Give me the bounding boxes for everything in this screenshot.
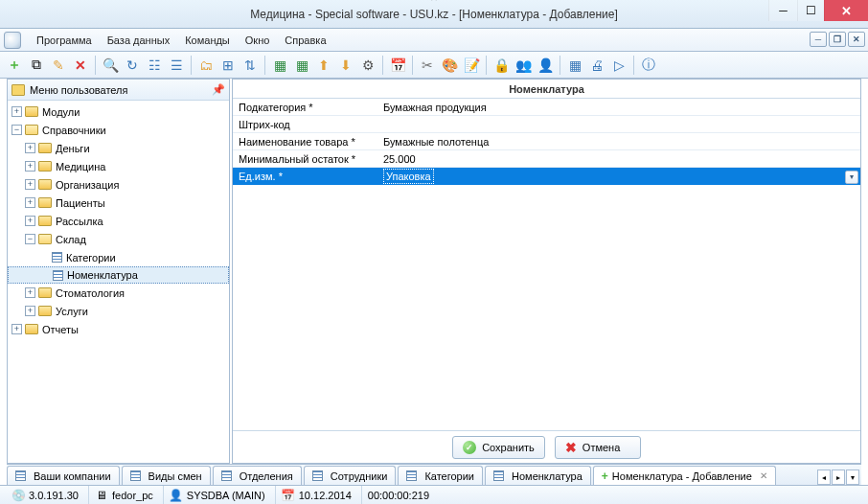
minimize-button[interactable]: ─ bbox=[768, 0, 797, 21]
app-menu-icon[interactable] bbox=[4, 32, 21, 49]
menu-window[interactable]: Окно bbox=[238, 32, 278, 49]
tab-categories[interactable]: Категории bbox=[398, 466, 483, 485]
expander-icon[interactable]: + bbox=[11, 324, 22, 334]
expander-icon[interactable]: + bbox=[25, 179, 35, 190]
tree-label: Номенклатура bbox=[67, 269, 138, 281]
add-icon[interactable]: ＋ bbox=[4, 55, 25, 76]
tab-departments[interactable]: Отделения bbox=[213, 466, 302, 485]
menu-help[interactable]: Справка bbox=[277, 32, 333, 49]
tree-node-stomatology[interactable]: +Стоматология bbox=[8, 284, 229, 302]
roles-icon[interactable]: 👤 bbox=[535, 55, 556, 76]
search-icon[interactable]: 🔍 bbox=[100, 55, 121, 76]
folder-icon bbox=[38, 161, 52, 172]
script-icon[interactable]: ⚙ bbox=[357, 55, 378, 76]
row-barcode[interactable]: Штрих-код bbox=[233, 116, 860, 133]
export-icon[interactable]: ⬇ bbox=[335, 55, 356, 76]
tools-icon[interactable]: ✂ bbox=[417, 55, 438, 76]
list-icon[interactable]: ☰ bbox=[166, 55, 187, 76]
tab-menu-button[interactable]: ▾ bbox=[846, 470, 859, 485]
refresh-icon[interactable]: ↻ bbox=[122, 55, 143, 76]
label-subcategory: Подкатегория * bbox=[233, 102, 381, 113]
value-subcategory[interactable]: Бумажная продукция bbox=[381, 102, 860, 113]
tree-icon[interactable]: ☷ bbox=[144, 55, 165, 76]
cancel-button[interactable]: ✖ Отмена bbox=[555, 436, 641, 459]
tree-node-org[interactable]: +Организация bbox=[8, 175, 229, 194]
print-icon[interactable]: 🖨 bbox=[586, 55, 607, 76]
expander-icon[interactable]: + bbox=[25, 306, 35, 316]
mdi-close-button[interactable]: ✕ bbox=[848, 32, 865, 47]
tab-companies[interactable]: Ваши компании bbox=[7, 466, 120, 485]
navigation-tree[interactable]: + Модули − Справочники +Деньги +Медицина bbox=[8, 101, 229, 463]
delete-icon[interactable]: ✕ bbox=[70, 55, 91, 76]
form-panel: Номенклатура Подкатегория * Бумажная про… bbox=[232, 79, 861, 464]
copy-icon[interactable]: ⧉ bbox=[26, 55, 47, 76]
menu-database[interactable]: База данных bbox=[100, 32, 178, 49]
tab-prev-button[interactable]: ◂ bbox=[817, 470, 831, 485]
tab-next-button[interactable]: ▸ bbox=[832, 470, 845, 485]
sort-icon[interactable]: ⇅ bbox=[240, 55, 261, 76]
preview-icon[interactable]: ▷ bbox=[608, 55, 629, 76]
mdi-restore-button[interactable]: ❐ bbox=[829, 32, 846, 47]
palette-icon[interactable]: 🎨 bbox=[439, 55, 460, 76]
import-icon[interactable]: ⬆ bbox=[313, 55, 334, 76]
status-version: 💿3.0.191.30 bbox=[6, 486, 84, 505]
export-excel-icon[interactable]: ▦ bbox=[269, 55, 290, 76]
row-minremain[interactable]: Минимальный остаток * 25.000 bbox=[233, 150, 860, 168]
grid-icon[interactable]: ▦ bbox=[564, 55, 585, 76]
help-icon[interactable]: ⓘ bbox=[638, 55, 659, 76]
row-name[interactable]: Наименование товара * Бумажные полотенца bbox=[233, 133, 860, 150]
window-controls: ─ ☐ ✕ bbox=[768, 0, 868, 21]
expander-icon[interactable]: + bbox=[25, 161, 35, 172]
expander-icon[interactable]: + bbox=[25, 197, 35, 208]
note-icon[interactable]: 📝 bbox=[461, 55, 482, 76]
save-button[interactable]: ✓ Сохранить bbox=[452, 436, 545, 459]
mdi-minimize-button[interactable]: ─ bbox=[810, 32, 827, 47]
tab-shifts[interactable]: Виды смен bbox=[122, 466, 211, 485]
calendar-icon[interactable]: 📅 bbox=[387, 55, 408, 76]
tab-nomenclature[interactable]: Номенклатура bbox=[485, 466, 591, 485]
tree-node-mailing[interactable]: +Рассылка bbox=[8, 212, 229, 230]
tree-node-nomenclature[interactable]: Номенклатура bbox=[8, 266, 229, 284]
tree-node-money[interactable]: +Деньги bbox=[8, 139, 229, 157]
window-title: Медицина - Special software - USU.kz - [… bbox=[250, 8, 618, 21]
separator bbox=[486, 56, 487, 75]
group-icon[interactable]: ⊞ bbox=[217, 55, 239, 76]
menu-commands[interactable]: Команды bbox=[177, 32, 238, 49]
row-subcategory[interactable]: Подкатегория * Бумажная продукция bbox=[233, 99, 860, 116]
expander-icon[interactable]: − bbox=[11, 125, 22, 135]
lock-icon[interactable]: 🔒 bbox=[491, 55, 512, 76]
edit-icon[interactable]: ✎ bbox=[48, 55, 69, 76]
tab-employees[interactable]: Сотрудники bbox=[304, 466, 397, 485]
expander-icon[interactable]: + bbox=[25, 143, 35, 153]
filter-icon[interactable]: 🗂 bbox=[195, 55, 217, 76]
tree-node-patients[interactable]: +Пациенты bbox=[8, 194, 229, 212]
resize-indicator-icon: ↔ bbox=[427, 0, 441, 6]
tree-label: Стоматология bbox=[56, 287, 125, 299]
menu-program[interactable]: Программа bbox=[29, 32, 100, 49]
tree-node-reports[interactable]: + Отчеты bbox=[8, 320, 229, 338]
tree-node-warehouse[interactable]: −Склад bbox=[8, 230, 229, 248]
tree-node-medicine[interactable]: +Медицина bbox=[8, 157, 229, 175]
dropdown-arrow-icon[interactable]: ▾ bbox=[845, 171, 858, 184]
tree-node-categories[interactable]: Категории bbox=[8, 248, 229, 266]
tree-node-modules[interactable]: + Модули bbox=[8, 103, 229, 121]
list-icon bbox=[53, 270, 63, 281]
value-unit[interactable]: Упаковка ▾ bbox=[381, 169, 860, 184]
tree-node-refs[interactable]: − Справочники bbox=[8, 121, 229, 139]
tree-node-services[interactable]: +Услуги bbox=[8, 302, 229, 320]
tab-close-icon[interactable]: ✕ bbox=[760, 470, 767, 481]
import-excel-icon[interactable]: ▦ bbox=[291, 55, 312, 76]
maximize-button[interactable]: ☐ bbox=[797, 0, 824, 21]
expander-icon[interactable]: + bbox=[11, 106, 22, 117]
row-unit[interactable]: Ед.изм. * Упаковка ▾ bbox=[233, 168, 860, 185]
value-minremain[interactable]: 25.000 bbox=[381, 153, 860, 165]
expander-icon[interactable]: − bbox=[25, 234, 35, 244]
expander-icon[interactable]: + bbox=[25, 216, 35, 226]
expander-icon[interactable]: + bbox=[25, 287, 35, 298]
tab-nomenclature-add[interactable]: +Номенклатура - Добавление✕ bbox=[593, 466, 776, 485]
close-button[interactable]: ✕ bbox=[824, 0, 868, 21]
value-name[interactable]: Бумажные полотенца bbox=[381, 136, 860, 148]
pin-icon[interactable]: 📌 bbox=[212, 83, 225, 96]
users-icon[interactable]: 👥 bbox=[513, 55, 534, 76]
list-icon bbox=[15, 470, 26, 481]
